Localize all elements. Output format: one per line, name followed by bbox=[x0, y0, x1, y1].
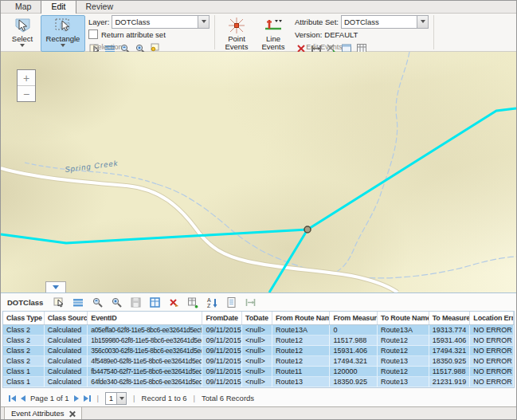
route-line-northeast[interactable] bbox=[307, 108, 516, 230]
table-row[interactable]: Class 2Calculated356c0030-62f8-11e5-8bc6… bbox=[3, 346, 514, 356]
table-cell: Route13 bbox=[378, 356, 429, 367]
table-cell: Class 2 bbox=[3, 346, 45, 356]
table-row[interactable]: Class 2Calculateda05effa0-62f8-11e5-8bc6… bbox=[3, 325, 514, 336]
select-button-label: Select bbox=[12, 35, 33, 43]
zoom-to-selection-icon[interactable] bbox=[92, 296, 104, 308]
table-cell: Calculated bbox=[45, 336, 88, 346]
table-cell: Route12 bbox=[272, 356, 331, 367]
clear-selection-icon[interactable] bbox=[168, 296, 180, 308]
table-cell: <null> bbox=[242, 336, 272, 346]
dropdown-button[interactable] bbox=[417, 16, 428, 28]
column-header[interactable]: Location Error bbox=[470, 312, 514, 324]
table-row[interactable]: Class 2Calculated4f5489e0-62f8-11e5-8bc6… bbox=[3, 356, 514, 367]
chevron-down-icon bbox=[202, 20, 206, 23]
column-header[interactable]: ToDate bbox=[242, 312, 272, 324]
event-attributes-panel: DOTClass AZ Class TypeClass SourceEventI… bbox=[1, 292, 516, 420]
table-cell: 11517.988 bbox=[330, 336, 378, 346]
total-records-text: Total 6 Records bbox=[202, 394, 254, 402]
table-cell: 18350.925 bbox=[330, 377, 378, 387]
group-separator bbox=[433, 15, 434, 49]
zoom-out-button[interactable]: − bbox=[18, 85, 35, 101]
table-cell: 1b159980-62f8-11e5-8bc6-ee32641d5ec9 bbox=[88, 336, 202, 346]
column-header[interactable]: FromDate bbox=[202, 312, 242, 324]
attribute-set-label: Attribute Set: bbox=[295, 18, 339, 26]
tab-edit[interactable]: Edit bbox=[41, 0, 76, 14]
tab-review[interactable]: Review bbox=[76, 1, 123, 13]
version-value: DEFAULT bbox=[324, 30, 358, 39]
table-cell: 11517.988 bbox=[429, 367, 471, 377]
route-line-south[interactable] bbox=[269, 230, 307, 292]
bottom-tab-bar: Event Attributes bbox=[1, 406, 516, 420]
table-cell: Route12 bbox=[378, 346, 429, 356]
table-cell: NO ERROR bbox=[470, 346, 514, 356]
route-junction-marker[interactable] bbox=[304, 226, 311, 233]
table-cell: Class 1 bbox=[3, 367, 45, 377]
column-header[interactable]: Class Source bbox=[45, 312, 88, 324]
map-canvas[interactable]: Spring Creek + − bbox=[1, 52, 516, 292]
table-cell: NO ERROR bbox=[470, 377, 514, 387]
return-attribute-set-checkbox[interactable] bbox=[88, 29, 98, 39]
dropdown-button[interactable] bbox=[116, 393, 126, 404]
table-cell: Route13 bbox=[272, 377, 331, 387]
table-cell: 15931.406 bbox=[330, 346, 378, 356]
column-header[interactable]: To Route Name bbox=[378, 312, 429, 324]
switch-selection-icon[interactable] bbox=[149, 296, 161, 308]
edit-events-group: Point Events Line Events Attribute Set: … bbox=[215, 14, 433, 51]
column-header[interactable]: From Route Name bbox=[272, 312, 331, 324]
column-header[interactable]: From Measure bbox=[330, 312, 378, 324]
table-row[interactable]: Class 1Calculated64fde340-62f8-11e5-8bc6… bbox=[3, 377, 514, 387]
table-cell: Route12 bbox=[378, 367, 429, 377]
resize-columns-icon[interactable] bbox=[245, 296, 257, 308]
save-icon[interactable] bbox=[130, 296, 142, 308]
column-header[interactable]: Class Type bbox=[3, 312, 45, 324]
sort-icon[interactable]: AZ bbox=[206, 296, 218, 308]
close-icon[interactable] bbox=[69, 410, 75, 416]
route-line-west[interactable] bbox=[1, 230, 307, 243]
next-page-button[interactable] bbox=[74, 395, 79, 402]
table-cell: Class 2 bbox=[3, 336, 45, 346]
zoom-in-button[interactable]: + bbox=[18, 70, 35, 85]
column-header[interactable]: EventID bbox=[88, 312, 202, 324]
line-events-icon bbox=[264, 17, 283, 34]
tab-event-attributes[interactable]: Event Attributes bbox=[4, 407, 82, 420]
table-cell: Route12 bbox=[272, 346, 331, 356]
panel-collapse-button[interactable] bbox=[45, 281, 66, 292]
first-page-button[interactable] bbox=[9, 395, 16, 402]
page-number-dropdown[interactable]: 1 bbox=[105, 392, 127, 405]
form-view-icon[interactable] bbox=[225, 296, 237, 308]
table-cell: 120000 bbox=[330, 367, 378, 377]
page-text: Page 1 of 1 bbox=[30, 394, 69, 402]
layer-dropdown[interactable]: DOTClass bbox=[112, 15, 210, 29]
attribute-set-dropdown[interactable]: DOTClass bbox=[341, 15, 429, 29]
table-cell: 09/11/2015 bbox=[202, 325, 242, 336]
table-cell: Route13A bbox=[378, 325, 429, 336]
pan-to-selection-icon[interactable] bbox=[111, 296, 123, 308]
tab-event-attributes-label: Event Attributes bbox=[11, 409, 65, 418]
layer-dropdown-value: DOTClass bbox=[112, 18, 198, 26]
tab-map[interactable]: Map bbox=[6, 1, 41, 13]
table-cell: Calculated bbox=[45, 325, 88, 336]
prev-page-button[interactable] bbox=[21, 395, 25, 402]
table-cell: 64fde340-62f8-11e5-8bc6-ee32641d5ec9 bbox=[88, 377, 202, 387]
column-header[interactable]: To Measure bbox=[429, 312, 471, 324]
pagination-bar: Page 1 of 1 | 1 | Record 1 to 6 | Total … bbox=[1, 390, 516, 406]
separator: | bbox=[133, 394, 135, 402]
table-cell: Route12 bbox=[378, 336, 429, 346]
add-record-icon[interactable] bbox=[187, 296, 199, 308]
return-attribute-set-label: Return attribute set bbox=[101, 30, 166, 39]
select-features-icon[interactable] bbox=[53, 296, 65, 308]
record-range-text: Record 1 to 6 bbox=[142, 394, 187, 402]
table-cell: 09/11/2015 bbox=[202, 346, 242, 356]
table-cell: NO ERROR bbox=[470, 356, 514, 367]
table-row[interactable]: Class 1Calculatedfb447540-62f7-11e5-8bc6… bbox=[3, 367, 514, 377]
dropdown-button[interactable] bbox=[198, 16, 209, 28]
point-events-icon bbox=[227, 17, 246, 34]
attribute-toolbar: DOTClass AZ bbox=[1, 293, 516, 311]
table-cell: Route11 bbox=[272, 367, 331, 377]
table-row[interactable]: Class 2Calculated1b159980-62f8-11e5-8bc6… bbox=[3, 336, 514, 346]
table-cell: Calculated bbox=[45, 356, 88, 367]
last-page-button[interactable] bbox=[84, 395, 91, 402]
table-cell: 19313.774 bbox=[429, 325, 471, 336]
selection-group-label: Selection bbox=[1, 43, 214, 51]
attribute-table-icon[interactable] bbox=[72, 296, 84, 308]
